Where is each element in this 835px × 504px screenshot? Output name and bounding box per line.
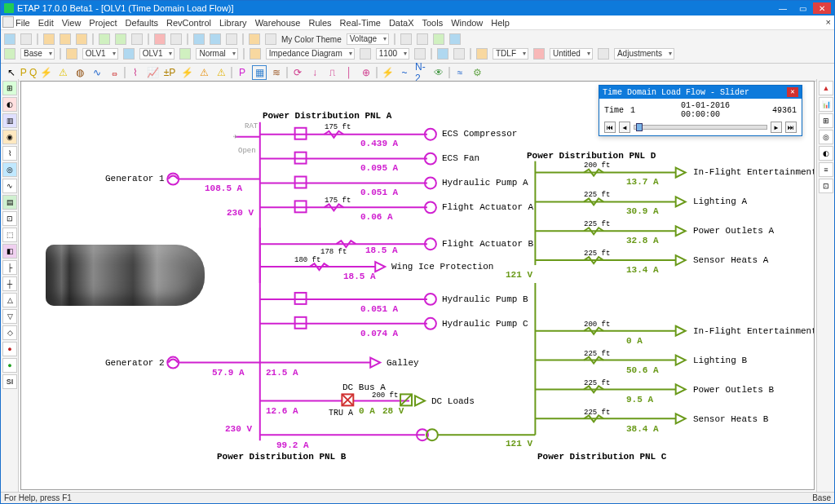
palette-item[interactable]: ⌇: [2, 146, 17, 161]
cursor-icon[interactable]: ↖: [4, 65, 19, 80]
palette-item[interactable]: ∿: [2, 179, 17, 193]
base-dropdown[interactable]: Base: [20, 48, 55, 60]
wave3-icon[interactable]: ≈: [453, 65, 467, 80]
curve-icon[interactable]: ⌇: [128, 65, 143, 80]
menu-window[interactable]: Window: [451, 18, 483, 28]
tb-kv-icon[interactable]: [414, 48, 426, 60]
pq2-icon[interactable]: P: [235, 65, 250, 80]
palette-item[interactable]: ▥: [2, 113, 17, 128]
eye-icon[interactable]: 👁: [431, 65, 446, 80]
untitled-dropdown[interactable]: Untitled: [550, 48, 593, 60]
bolt3-icon[interactable]: ⚡: [380, 65, 395, 80]
warn2-icon[interactable]: ⚠: [197, 65, 211, 80]
palette-item[interactable]: ⊞: [2, 81, 17, 95]
tb-import-icon[interactable]: [449, 33, 461, 45]
palette-item[interactable]: ▤: [2, 195, 17, 210]
graph-icon[interactable]: 📈: [145, 65, 160, 80]
tdlf-dropdown[interactable]: TDLF: [493, 48, 528, 60]
motor-icon[interactable]: ◍: [73, 65, 87, 80]
square-icon[interactable]: ▦: [252, 65, 267, 80]
maximize-button[interactable]: ▭: [793, 2, 811, 14]
palette-item[interactable]: △: [2, 293, 17, 307]
palette-item[interactable]: ●: [2, 358, 17, 373]
tb-paste-icon[interactable]: [76, 33, 87, 45]
olv-left-dropdown[interactable]: OLV1: [82, 48, 118, 60]
tb-olv-icon[interactable]: [123, 48, 135, 60]
plus-p-icon[interactable]: ±P: [162, 65, 177, 80]
tb-tdlf-icon[interactable]: [476, 48, 488, 60]
units-dropdown[interactable]: Voltage: [347, 33, 389, 45]
palette-si[interactable]: SI: [2, 374, 17, 389]
rpal-item[interactable]: ◐: [819, 146, 833, 161]
rpal-chart-icon[interactable]: 📊: [819, 97, 833, 112]
palette-item[interactable]: ◧: [2, 244, 17, 259]
menu-view[interactable]: View: [62, 18, 82, 28]
menu-rules[interactable]: Rules: [308, 18, 331, 28]
rpal-item[interactable]: ◎: [819, 130, 833, 144]
warn-icon[interactable]: ⚠: [55, 65, 70, 80]
bolt2-icon[interactable]: ⚡: [179, 65, 194, 80]
tb-opt2-icon[interactable]: [453, 48, 465, 60]
tb-print-icon[interactable]: [131, 33, 143, 45]
palette-item[interactable]: ◐: [2, 97, 17, 112]
wave2-icon[interactable]: ~: [397, 65, 412, 80]
tb-save-icon[interactable]: [4, 48, 15, 60]
menu-realtime[interactable]: Real-Time: [340, 18, 381, 28]
diagram-canvas[interactable]: Time Domain Load Flow - Slider ✕ Time 1 …: [20, 81, 815, 490]
tb-undo-icon[interactable]: [99, 33, 110, 45]
impedance-dropdown[interactable]: Impedance Diagram: [266, 48, 355, 60]
rpal-item[interactable]: ⊞: [819, 113, 833, 128]
adjustments-dropdown[interactable]: Adjustments: [614, 48, 674, 60]
tb-zoomfit-icon[interactable]: [360, 48, 371, 60]
xfmr-icon[interactable]: ≋: [269, 65, 284, 80]
palette-item[interactable]: ▽: [2, 309, 17, 324]
pq-icon[interactable]: P Q: [21, 65, 36, 80]
menu-datax[interactable]: DataX: [389, 18, 414, 28]
minimize-button[interactable]: —: [774, 2, 792, 14]
warn3-icon[interactable]: ⚠: [214, 65, 228, 80]
palette-item[interactable]: ●: [2, 342, 17, 356]
tb-grid-icon[interactable]: [193, 33, 205, 45]
menu-file[interactable]: File: [15, 18, 30, 28]
normal-dropdown[interactable]: Normal: [196, 48, 237, 60]
tb-export-icon[interactable]: [433, 33, 444, 45]
wave-icon[interactable]: ∿: [90, 65, 104, 80]
palette-item[interactable]: ┼: [2, 276, 17, 291]
palette-item[interactable]: ◎: [2, 162, 17, 177]
menu-warehouse[interactable]: Warehouse: [255, 18, 301, 28]
menu-defaults[interactable]: Defaults: [126, 18, 158, 28]
menu-project[interactable]: Project: [89, 18, 117, 28]
n2-label[interactable]: N-2: [414, 65, 429, 80]
menu-library[interactable]: Library: [219, 18, 247, 28]
tb-adj-icon[interactable]: [598, 48, 609, 60]
gen-icon[interactable]: ⟳: [290, 65, 305, 80]
palette-item[interactable]: ├: [2, 260, 17, 275]
tb-pres-icon[interactable]: [66, 48, 77, 60]
palette-item[interactable]: ⬚: [2, 228, 17, 242]
tb-new-icon[interactable]: [4, 33, 15, 45]
palette-item[interactable]: ⊡: [2, 211, 17, 226]
tb-copy-icon[interactable]: [60, 33, 71, 45]
tb-cut-icon[interactable]: [43, 33, 55, 45]
tb-redo-icon[interactable]: [115, 33, 126, 45]
bolt-icon[interactable]: ⚡: [38, 65, 53, 80]
tb-find-icon[interactable]: [249, 33, 260, 45]
rpal-item[interactable]: ⊡: [819, 179, 833, 193]
gear-icon[interactable]: ⚙: [470, 65, 484, 80]
palette-item[interactable]: ◇: [2, 325, 17, 340]
tb-pan-icon[interactable]: [170, 33, 182, 45]
tb-stop-icon[interactable]: [417, 33, 428, 45]
rpal-item[interactable]: ≡: [819, 162, 833, 177]
tb-cfg-icon[interactable]: [179, 48, 191, 60]
tb-snap-icon[interactable]: [210, 33, 221, 45]
load-icon[interactable]: ↓: [307, 65, 322, 80]
tb-study-icon[interactable]: [533, 48, 545, 60]
menu-edit[interactable]: Edit: [38, 18, 54, 28]
menu-tools[interactable]: Tools: [422, 18, 444, 28]
tb-theme-icon[interactable]: [265, 33, 276, 45]
tb-layer-icon[interactable]: [226, 33, 237, 45]
tb-net-icon[interactable]: [250, 48, 261, 60]
olv-right-dropdown[interactable]: OLV1: [139, 48, 175, 60]
cable-icon[interactable]: ⎍: [325, 65, 339, 80]
conn-icon[interactable]: ⊕: [359, 65, 373, 80]
